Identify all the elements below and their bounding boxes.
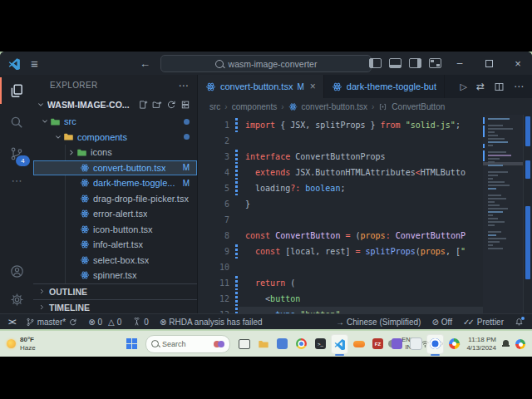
taskbar-app-vscode[interactable] [331, 334, 348, 354]
taskbar-app-chrome[interactable] [293, 334, 310, 354]
breadcrumb-symbol[interactable]: ConvertButton [392, 102, 445, 111]
source-control-icon[interactable]: 4 [0, 138, 33, 170]
taskbar-app-terminal[interactable]: >_ [312, 334, 329, 354]
code-text[interactable]: const ConvertButton = (props: ConvertBut… [238, 231, 466, 240]
tree-item-drag-drop-file-picker-tsx[interactable]: drag-drop-file-picker.tsx [33, 191, 197, 207]
code-line-6[interactable]: 6} [198, 196, 483, 212]
code-line-1[interactable]: 1import { JSX, splitProps } from "solid-… [198, 117, 483, 133]
timeline-section[interactable]: TIMELINE [33, 299, 197, 315]
remote-indicator[interactable]: >< [8, 318, 15, 327]
tab-convert-button[interactable]: convert-button.tsx M × [198, 75, 324, 98]
code-line-9[interactable]: 9 const [local, rest] = splitProps(props… [198, 244, 483, 259]
code-line-12[interactable]: 12 <button [198, 291, 483, 307]
code-line-10[interactable]: 10 [198, 259, 483, 275]
refresh-explorer-icon[interactable] [166, 100, 176, 110]
line-number[interactable]: 12 [198, 294, 229, 303]
line-number[interactable]: 11 [198, 278, 229, 288]
code-text[interactable]: const [local, rest] = splitProps(props, … [238, 247, 466, 256]
inline-suggest-status[interactable]: ⊘Off [431, 318, 452, 327]
code-text[interactable]: import { JSX, splitProps } from "solid-j… [238, 121, 461, 130]
breadcrumb-file[interactable]: convert-button.tsx [302, 102, 367, 111]
toggle-secondary-sidebar-icon[interactable] [409, 58, 421, 68]
line-number[interactable]: 7 [198, 215, 229, 224]
rhda-status[interactable]: ⊗ RHDA analysis has failed [160, 318, 263, 327]
weather-widget[interactable]: 80°F Haze [7, 336, 36, 351]
code-line-5[interactable]: 5 loading?: boolean; [198, 180, 483, 196]
account-icon[interactable] [0, 257, 33, 285]
taskbar-app-edge-app[interactable] [446, 334, 463, 354]
tray-colorful-app-icon[interactable] [515, 339, 525, 349]
clock[interactable]: 11:18 PM4/13/2024 [466, 336, 496, 352]
toggle-panel-icon[interactable] [389, 58, 401, 68]
start-button[interactable] [123, 334, 140, 354]
back-arrow-icon[interactable]: ← [140, 57, 150, 70]
ports-status[interactable]: 0 [132, 318, 149, 327]
tree-item-select-box-tsx[interactable]: select-box.tsx [33, 253, 197, 268]
breadcrumb-src[interactable]: src [209, 102, 220, 111]
line-number[interactable]: 5 [198, 184, 229, 193]
formatter-status[interactable]: ✓✓Prettier [463, 318, 504, 327]
more-actions-icon[interactable]: ⋯ [514, 81, 524, 92]
breadcrumb-components[interactable]: components [232, 102, 277, 111]
line-number[interactable]: 8 [198, 231, 229, 240]
notification-bell-icon[interactable] [502, 340, 510, 347]
menu-icon[interactable]: ≡ [31, 57, 38, 70]
split-editor-icon[interactable] [494, 81, 505, 92]
code-text[interactable]: interface ConvertButtonProps [238, 152, 386, 161]
code-text[interactable]: } [238, 200, 250, 209]
explorer-more-icon[interactable]: ⋯ [179, 80, 189, 91]
code-text[interactable]: return ( [238, 278, 295, 288]
code-line-7[interactable]: 7 [198, 212, 483, 228]
tree-item-convert-button-tsx[interactable]: convert-button.tsxM [33, 160, 197, 176]
close-button[interactable]: × [507, 52, 529, 75]
collapse-folders-icon[interactable] [180, 100, 190, 110]
tree-item-error-alert-tsx[interactable]: error-alert.tsx [33, 206, 197, 222]
open-changes-icon[interactable]: ⇄ [476, 81, 485, 92]
code-line-4[interactable]: 4 extends JSX.ButtonHTMLAttributes<HTMLB… [198, 165, 483, 180]
code-line-13[interactable]: 13 type="button" [198, 307, 483, 313]
explorer-icon[interactable] [0, 75, 33, 106]
project-root-row[interactable]: WASM-IMAGE-CO... [33, 96, 197, 114]
code-line-8[interactable]: 8const ConvertButton = (props: ConvertBu… [198, 228, 483, 244]
line-number[interactable]: 1 [198, 121, 229, 130]
customize-layout-icon[interactable] [429, 58, 441, 68]
code-text[interactable]: extends JSX.ButtonHTMLAttributes<HTMLBut… [238, 168, 466, 177]
line-number[interactable]: 9 [198, 247, 229, 256]
tree-item-spinner-tsx[interactable]: spinner.tsx [33, 268, 197, 283]
taskbar-app-filezilla[interactable]: FZ [369, 334, 387, 354]
tree-item-info-alert-tsx[interactable]: info-alert.tsx [33, 237, 197, 253]
line-number[interactable]: 4 [198, 168, 229, 177]
tree-item-dark-theme-toggle[interactable]: dark-theme-toggle...M [33, 175, 197, 191]
minimap[interactable] [483, 115, 523, 313]
code-line-3[interactable]: 3interface ConvertButtonProps [198, 149, 483, 165]
maximize-button[interactable] [478, 52, 500, 75]
toggle-sidebar-icon[interactable] [369, 58, 382, 68]
tree-item-src[interactable]: src [33, 114, 197, 130]
code-line-2[interactable]: 2 [198, 133, 483, 149]
line-number[interactable]: 13 [198, 310, 229, 313]
new-folder-icon[interactable] [152, 100, 162, 110]
outline-section[interactable]: OUTLINE [33, 283, 197, 299]
line-number[interactable]: 2 [198, 136, 229, 145]
more-views-icon[interactable]: ⋯ [0, 170, 33, 191]
taskbar-app-notepad[interactable] [407, 334, 425, 354]
taskbar-app-app-blue[interactable] [273, 334, 291, 354]
line-number[interactable]: 10 [198, 263, 229, 272]
taskbar-app-file-explorer[interactable] [254, 334, 272, 354]
run-file-icon[interactable]: ▷ [460, 81, 466, 92]
git-branch-status[interactable]: master* [26, 318, 77, 327]
taskbar-app-task-view[interactable] [235, 334, 253, 354]
taskbar-app-cloudflare[interactable] [350, 334, 367, 354]
search-view-icon[interactable] [0, 106, 33, 138]
minimize-button[interactable]: – [449, 52, 470, 75]
problems-status[interactable]: ⊗0 △0 [88, 318, 121, 327]
code-text[interactable]: loading?: boolean; [238, 184, 345, 193]
close-tab-icon[interactable]: × [310, 81, 316, 92]
code-line-11[interactable]: 11 return ( [198, 275, 483, 291]
tree-item-icon-button-tsx[interactable]: icon-button.tsx [33, 222, 197, 238]
code-area[interactable]: 1import { JSX, splitProps } from "solid-… [198, 115, 483, 313]
line-number[interactable]: 6 [198, 200, 229, 209]
scrollbar[interactable] [523, 115, 532, 313]
taskbar-app-app-purple[interactable] [388, 334, 406, 354]
new-file-icon[interactable] [138, 100, 148, 110]
